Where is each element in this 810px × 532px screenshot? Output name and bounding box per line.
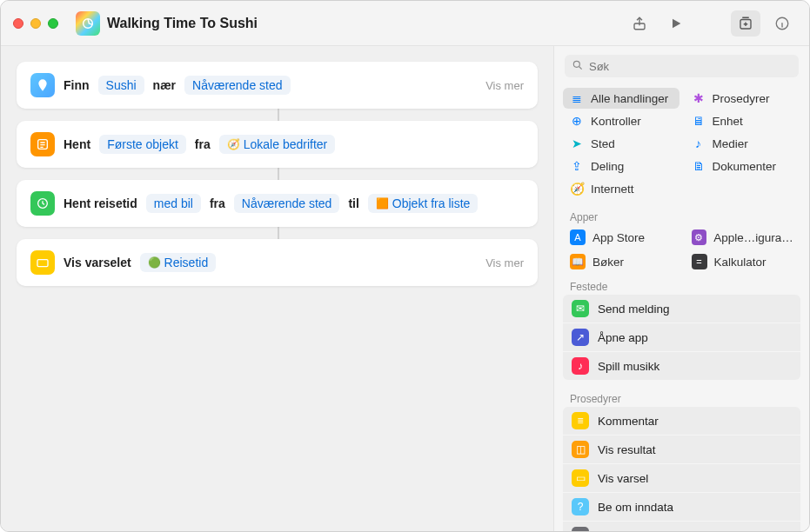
library-action-item[interactable]: ◫Vis resultat xyxy=(563,436,800,463)
action-parameter-token[interactable]: Nåværende sted xyxy=(234,194,340,213)
app-label: Apple…igurator xyxy=(713,231,793,244)
action-label: Hent reisetid xyxy=(64,196,137,210)
app-item[interactable]: =Kalkulator xyxy=(685,249,801,274)
category-icon: ≣ xyxy=(570,91,584,105)
workflow-canvas[interactable]: FinnSushinærNåværende stedVis merHentFør… xyxy=(1,46,553,531)
library-action-icon: ↗ xyxy=(572,329,589,346)
library-action-label: Antall xyxy=(598,529,627,532)
app-item[interactable]: AApp Store xyxy=(563,225,679,249)
category-item[interactable]: ⊕Kontroller xyxy=(563,110,679,131)
action-card[interactable]: HentFørste objektfra🧭Lokale bedrifter xyxy=(17,121,538,168)
content-area: FinnSushinærNåværende stedVis merHentFør… xyxy=(1,46,809,531)
library-action-item[interactable]: ▭Vis varsel xyxy=(563,464,800,492)
library-action-item[interactable]: ≡Kommentar xyxy=(563,407,800,435)
share-button[interactable] xyxy=(625,10,654,37)
category-label: Sted xyxy=(591,137,615,150)
token-text: Objekt fra liste xyxy=(392,196,470,210)
show-more-button[interactable]: Vis mer xyxy=(485,256,524,269)
minimize-window-button[interactable] xyxy=(30,18,41,29)
info-button[interactable] xyxy=(767,10,797,37)
token-variable-icon: 🧭 xyxy=(227,138,240,150)
action-library-sidebar: ≣Alle handlinger✱Prosedyrer⊕Kontroller🖥E… xyxy=(553,46,809,531)
svg-point-7 xyxy=(573,61,579,67)
token-text: Nåværende sted xyxy=(242,196,332,210)
app-icon: A xyxy=(570,229,586,245)
action-card[interactable]: Hent reisetidmed bilfraNåværende stedtil… xyxy=(17,180,538,227)
library-action-icon: ✉ xyxy=(572,300,589,317)
library-action-item[interactable]: ?Be om inndata xyxy=(563,493,800,521)
shortcut-title[interactable]: Walking Time To Sushi xyxy=(107,16,258,31)
action-parameter-token[interactable]: 🟧Objekt fra liste xyxy=(368,194,478,213)
section-pinned-label: Festede xyxy=(554,274,809,295)
svg-rect-6 xyxy=(37,260,48,267)
library-action-item[interactable]: ΣAntall xyxy=(563,522,800,531)
library-action-item[interactable]: ↗Åpne app xyxy=(563,323,800,351)
category-label: Enhet xyxy=(713,115,743,128)
category-label: Medier xyxy=(713,137,748,150)
category-label: Dokumenter xyxy=(713,160,777,173)
library-action-label: Spill musikk xyxy=(598,360,659,373)
category-item[interactable]: ⇪Deling xyxy=(563,156,679,176)
action-card[interactable]: FinnSushinærNåværende stedVis mer xyxy=(17,62,538,109)
category-item[interactable]: ≣Alle handlinger xyxy=(563,88,679,109)
category-label: Internett xyxy=(591,183,634,196)
category-icon: 🗎 xyxy=(692,159,706,173)
library-action-label: Vis resultat xyxy=(598,443,656,456)
token-text: Reisetid xyxy=(164,256,209,269)
category-item[interactable]: ♪Medier xyxy=(685,133,801,154)
category-label: Deling xyxy=(591,160,624,173)
orange-action-icon xyxy=(30,132,55,156)
library-toggle-button[interactable] xyxy=(731,10,760,37)
procedures-list: ≡Kommentar◫Vis resultat▭Vis varsel?Be om… xyxy=(554,407,809,531)
library-action-item[interactable]: ♪Spill musikk xyxy=(563,352,800,380)
category-item[interactable]: ➤Sted xyxy=(563,133,679,154)
library-scroll[interactable]: Apper AApp Store⚙Apple…igurator📖Bøker=Ka… xyxy=(554,204,809,531)
search-wrap xyxy=(554,46,809,86)
window-traffic-lights xyxy=(13,18,58,29)
library-action-label: Åpne app xyxy=(598,331,648,344)
library-action-item[interactable]: ✉Send melding xyxy=(563,295,800,323)
category-label: Kontroller xyxy=(591,115,641,128)
action-label: fra xyxy=(210,196,225,210)
app-label: Bøker xyxy=(592,256,624,269)
run-button[interactable] xyxy=(661,10,691,37)
search-icon xyxy=(572,59,584,71)
action-label: Finn xyxy=(64,78,90,92)
action-parameter-token[interactable]: 🟢Reisetid xyxy=(140,253,217,272)
category-item[interactable]: ✱Prosedyrer xyxy=(685,88,801,109)
section-apps-label: Apper xyxy=(554,204,809,225)
titlebar: Walking Time To Sushi xyxy=(1,1,809,46)
category-item[interactable]: 🧭Internett xyxy=(563,178,679,199)
category-item[interactable]: 🗎Dokumenter xyxy=(685,156,801,176)
category-icon: 🧭 xyxy=(570,182,584,196)
action-parameter-token[interactable]: Nåværende sted xyxy=(184,76,291,95)
zoom-window-button[interactable] xyxy=(48,18,58,29)
action-parameter-token[interactable]: 🧭Lokale bedrifter xyxy=(219,135,336,154)
action-parameter-token[interactable]: Første objekt xyxy=(99,135,186,154)
action-label: fra xyxy=(195,137,211,151)
category-icon: ♪ xyxy=(692,136,706,150)
action-parameter-token[interactable]: med bil xyxy=(146,194,201,213)
token-variable-icon: 🟢 xyxy=(148,256,161,269)
search-input[interactable] xyxy=(565,55,799,77)
category-icon: 🖥 xyxy=(692,114,706,128)
category-label: Prosedyrer xyxy=(713,92,770,105)
close-window-button[interactable] xyxy=(13,18,23,29)
library-action-label: Be om inndata xyxy=(598,501,673,514)
library-action-label: Vis varsel xyxy=(598,472,648,485)
action-parameter-token[interactable]: Sushi xyxy=(98,76,144,95)
library-action-icon: ≡ xyxy=(572,412,589,429)
library-action-icon: ▭ xyxy=(572,469,589,487)
show-more-button[interactable]: Vis mer xyxy=(485,79,524,92)
maps-action-icon xyxy=(30,73,55,97)
action-label: Vis varselet xyxy=(64,256,131,269)
action-card[interactable]: Vis varselet🟢ReisetidVis mer xyxy=(17,239,538,286)
shortcuts-editor-window: Walking Time To Sushi FinnSushinærNåvære… xyxy=(0,0,810,532)
app-item[interactable]: 📖Bøker xyxy=(563,249,679,274)
token-variable-icon: 🟧 xyxy=(376,197,389,209)
app-icon: ⚙ xyxy=(692,229,707,245)
app-item[interactable]: ⚙Apple…igurator xyxy=(685,225,801,249)
action-label: til xyxy=(348,196,358,210)
green-action-icon xyxy=(30,191,55,216)
category-item[interactable]: 🖥Enhet xyxy=(685,110,801,131)
